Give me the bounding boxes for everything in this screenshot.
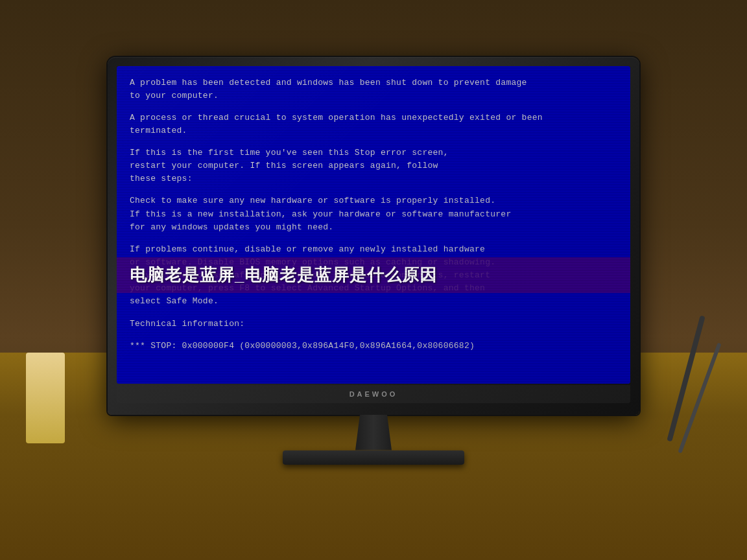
bsod-spacer: [130, 331, 617, 340]
overlay-banner: 电脑老是蓝屏_电脑老是蓝屏是什么原因: [117, 257, 630, 293]
monitor-stand-base: [283, 450, 464, 465]
monitor-bezel: A problem has been detected and windows …: [108, 57, 639, 415]
desk-object: [26, 353, 65, 443]
bsod-line: If problems continue, disable or remove …: [130, 243, 617, 256]
bsod-line: Check to make sure any new hardware or s…: [130, 194, 617, 207]
bsod-line: A process or thread crucial to system op…: [130, 111, 617, 124]
bsod-spacer: [130, 137, 617, 146]
bsod-spacer: [130, 234, 617, 243]
overlay-title: 电脑老是蓝屏_电脑老是蓝屏是什么原因: [130, 264, 437, 286]
bsod-line: to your computer.: [130, 89, 617, 102]
bsod-line: terminated.: [130, 124, 617, 137]
bsod-line: restart your computer. If this screen ap…: [130, 159, 617, 172]
bsod-line: A problem has been detected and windows …: [130, 76, 617, 89]
monitor-brand-label: DAEWOO: [350, 390, 398, 398]
bsod-screen: A problem has been detected and windows …: [117, 66, 630, 384]
monitor-bottom-bezel: DAEWOO: [117, 385, 630, 403]
bsod-line: select Safe Mode.: [130, 295, 617, 308]
bsod-spacer: [130, 185, 617, 194]
bsod-line: *** STOP: 0x000000F4 (0x00000003,0x896A1…: [130, 340, 617, 353]
monitor-screen: A problem has been detected and windows …: [117, 66, 630, 384]
bsod-line: these steps:: [130, 172, 617, 185]
bsod-line: for any windows updates you might need.: [130, 221, 617, 234]
monitor-container: A problem has been detected and windows …: [108, 57, 639, 465]
monitor-stand-neck: [351, 415, 396, 450]
bsod-spacer: [130, 102, 617, 111]
bsod-line: If this is a new installation, ask your …: [130, 208, 617, 221]
bsod-line: Technical information:: [130, 318, 617, 331]
bsod-line: If this is the first time you've seen th…: [130, 146, 617, 159]
bsod-spacer: [130, 309, 617, 318]
